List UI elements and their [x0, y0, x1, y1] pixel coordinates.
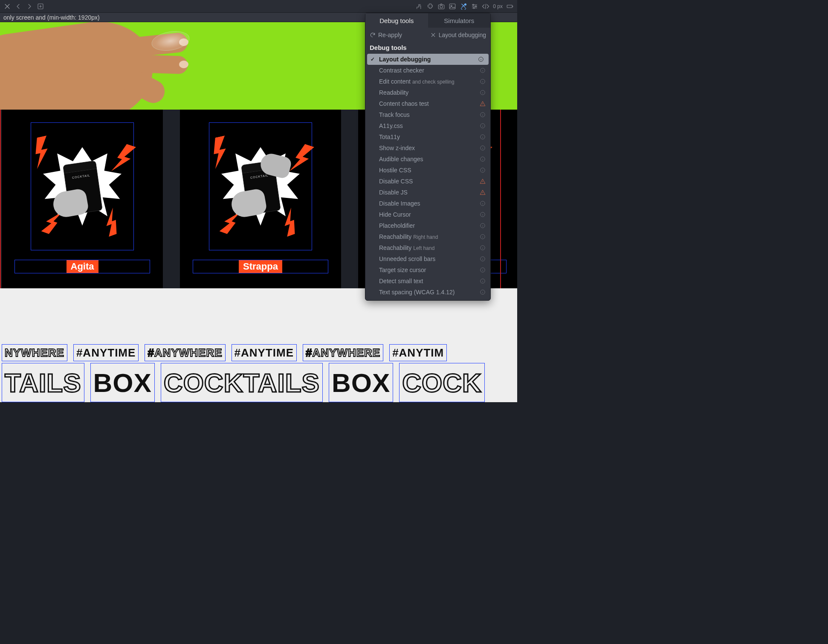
debug-tool-label: Readability — [379, 89, 408, 96]
info-icon[interactable] — [479, 78, 486, 85]
info-icon[interactable] — [479, 200, 486, 207]
debug-tool-label: Track focus — [379, 111, 410, 118]
add-icon[interactable] — [37, 3, 44, 10]
debug-tool-sublabel: Right hand — [413, 234, 438, 240]
debug-tool-label: Target size cursor — [379, 267, 426, 273]
info-icon[interactable] — [479, 233, 486, 240]
tab-debug-tools[interactable]: Debug tools — [365, 13, 428, 28]
panel-heading: Debug tools — [365, 42, 490, 54]
debug-tool-item[interactable]: Unneeded scroll bars — [365, 253, 490, 264]
accessibility-icon[interactable] — [415, 3, 423, 10]
svg-rect-3 — [450, 4, 456, 9]
close-icon — [430, 32, 436, 38]
extension-icon[interactable] — [426, 3, 434, 10]
marquee-tag: #ANYTIME — [232, 344, 297, 361]
info-icon[interactable] — [479, 211, 486, 218]
debug-tool-item[interactable]: Show z-index — [365, 142, 490, 154]
debug-tool-label: A11y.css — [379, 122, 403, 129]
debug-tool-item[interactable]: Readability — [365, 87, 490, 98]
marquee-tag: #ANYTIME — [73, 344, 139, 361]
debug-tool-item[interactable]: Target size cursor — [365, 264, 490, 276]
info-icon[interactable] — [478, 56, 484, 63]
back-icon[interactable] — [14, 3, 22, 10]
debug-tool-item[interactable]: Detect small text — [365, 276, 490, 287]
warning-icon[interactable] — [479, 189, 486, 196]
product-image: COCKTAIL — [193, 122, 328, 250]
info-icon[interactable] — [479, 67, 486, 74]
close-icon[interactable] — [3, 3, 11, 10]
marquee-tag: #ANYTIM — [389, 344, 447, 361]
debug-tool-item[interactable]: ReachabilityRight hand — [365, 231, 490, 242]
debug-tool-item[interactable]: Text spacing (WCAG 1.4.12) — [365, 287, 490, 298]
info-icon[interactable] — [479, 244, 486, 251]
forward-icon[interactable] — [26, 3, 33, 10]
remove-layout-debugging-button[interactable]: Layout debugging — [430, 32, 486, 38]
product-card: COCKTAIL Strappa — [180, 110, 341, 288]
debug-tool-item[interactable]: Disable CSS — [365, 176, 490, 187]
product-card: COCKTAIL Agita — [2, 110, 163, 288]
pouch-label: COCKTAIL — [67, 173, 95, 180]
debug-tool-item[interactable]: Disable JS — [365, 187, 490, 198]
info-icon[interactable] — [479, 278, 486, 284]
svg-rect-8 — [507, 5, 512, 8]
image-icon[interactable] — [449, 3, 456, 10]
debug-tool-item[interactable]: Placeholdifier — [365, 220, 490, 231]
debug-tool-item[interactable]: A11y.css — [365, 120, 490, 131]
marquee-tag: BOX — [90, 363, 155, 402]
debug-tool-label: Edit content — [379, 78, 411, 85]
settings-sliders-icon[interactable] — [471, 3, 478, 10]
debug-tool-label: Unneeded scroll bars — [379, 255, 435, 262]
info-icon[interactable] — [479, 222, 486, 229]
debug-tool-item[interactable]: Audible changes — [365, 154, 490, 165]
top-toolbar: 0 px — [0, 0, 517, 13]
code-icon[interactable] — [482, 3, 489, 10]
debug-tool-label: Placeholdifier — [379, 222, 415, 229]
marquee-tag: COCKTAILS — [161, 363, 323, 402]
debug-tool-label: Text spacing (WCAG 1.4.12) — [379, 289, 455, 296]
info-icon[interactable] — [479, 255, 486, 262]
px-label: 0 px — [493, 3, 503, 9]
product-image: COCKTAIL — [14, 122, 150, 250]
info-icon[interactable] — [479, 111, 486, 118]
debug-tool-sublabel: Left hand — [413, 245, 434, 251]
hero-hand-image — [0, 22, 239, 110]
info-icon[interactable] — [479, 133, 486, 140]
debug-tools-icon[interactable] — [460, 3, 467, 10]
debug-tool-item[interactable]: ✓Layout debugging — [367, 54, 489, 65]
debug-tool-item[interactable]: Hide Cursor — [365, 209, 490, 220]
debug-tool-item[interactable]: Tota11y — [365, 131, 490, 142]
debug-tool-item[interactable]: Content chaos test — [365, 98, 490, 109]
info-icon[interactable] — [479, 289, 486, 296]
debug-tools-panel: Debug tools Simulators Re-apply Layout d… — [365, 13, 491, 301]
debug-tool-item[interactable]: Hostile CSS — [365, 165, 490, 176]
battery-icon[interactable] — [506, 3, 514, 10]
tab-simulators[interactable]: Simulators — [428, 13, 491, 28]
camera-icon[interactable] — [437, 3, 445, 10]
debug-tool-label: Contrast checker — [379, 67, 424, 74]
debug-tool-label: Layout debugging — [379, 56, 431, 63]
debug-tool-label: Show z-index — [379, 145, 415, 151]
marquee-tag: #ANYWHERE — [145, 344, 225, 361]
warning-icon[interactable] — [479, 100, 486, 107]
debug-tool-item[interactable]: Edit contentand check spelling — [365, 76, 490, 87]
debug-tool-item[interactable]: ReachabilityLeft hand — [365, 242, 490, 253]
info-icon[interactable] — [479, 145, 486, 151]
product-label: Agita — [67, 260, 98, 273]
marquee-row-top: NYWHERE#ANYTIME#ANYWHERE#ANYTIME#ANYWHER… — [0, 344, 517, 361]
info-icon[interactable] — [479, 89, 486, 96]
warning-icon[interactable] — [479, 178, 486, 185]
debug-tool-label: Disable JS — [379, 189, 408, 196]
marquee-tag: NYWHERE — [2, 344, 67, 361]
reapply-button[interactable]: Re-apply — [370, 32, 402, 38]
info-icon[interactable] — [479, 156, 486, 162]
info-icon[interactable] — [479, 122, 486, 129]
debug-tool-label: Tota11y — [379, 133, 400, 140]
debug-tool-item[interactable]: Disable Images — [365, 198, 490, 209]
debug-tool-item[interactable]: Track focus — [365, 109, 490, 120]
debug-tool-label: Disable CSS — [379, 178, 413, 185]
debug-tool-item[interactable]: Contrast checker — [365, 65, 490, 76]
info-icon[interactable] — [479, 267, 486, 273]
info-icon[interactable] — [479, 167, 486, 174]
marquee-tag: COCK — [399, 363, 485, 402]
marquee-tag: TAILS — [2, 363, 84, 402]
